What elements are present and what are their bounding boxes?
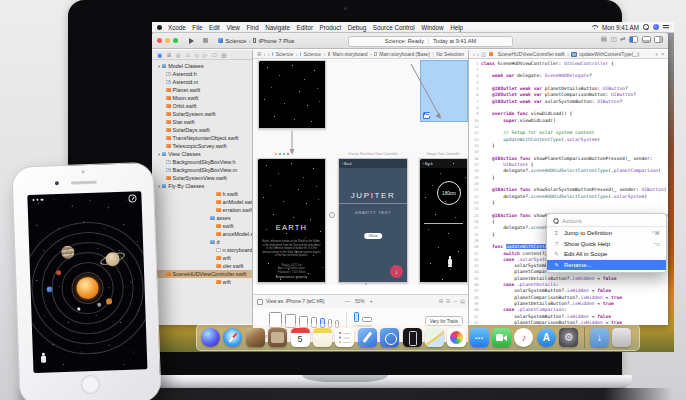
dock-appstore-icon[interactable]: A	[537, 328, 556, 347]
menu-item-show-quick-help[interactable]: ?Show Quick Help⌥	[547, 239, 666, 250]
view-as-button[interactable]: View as: iPhone 7 (wC hR)	[266, 299, 324, 304]
group-row-asses[interactable]: asses	[152, 214, 252, 222]
file-row-asteroid-m[interactable]: Asteroid.m	[152, 78, 252, 86]
close-editor-button[interactable]: ×	[661, 52, 664, 57]
menu-item-product[interactable]: Product	[319, 24, 341, 31]
back-icon[interactable]: ‹	[264, 51, 266, 57]
add-editor-button[interactable]: +	[655, 52, 658, 57]
code-line[interactable]: 18 delegate?.sceneHUDDidSelectContentTyp…	[469, 168, 668, 174]
file-row-backgroundskyboxview-m[interactable]: BackgroundSkyBoxView.m	[152, 166, 252, 174]
file-row-orbit-swift[interactable]: Orbit.swift	[152, 102, 252, 110]
menu-item-window[interactable]: Window	[421, 24, 443, 31]
orientation-portrait[interactable]	[354, 312, 359, 322]
dock-siri-icon[interactable]	[201, 328, 220, 347]
menu-item-debug[interactable]: Debug	[348, 24, 367, 31]
embed-icon[interactable]: ▤	[460, 298, 465, 305]
stop-button[interactable]	[203, 38, 208, 43]
orientation-landscape[interactable]	[362, 317, 372, 322]
report-navigator-icon[interactable]: ▤	[221, 52, 226, 58]
storyboard-canvas[interactable]: Gravity Simulator View Controller Image …	[253, 60, 468, 285]
file-row-backgroundskyboxview-h[interactable]: BackgroundSkyBoxView.h	[152, 158, 252, 166]
menu-item-find[interactable]: Find	[246, 24, 258, 31]
dock-messages-icon[interactable]: …	[470, 328, 489, 347]
storyboard-jump-bar[interactable]: ⊞ ‹ › Science› Science› Main.storyboard›…	[253, 50, 468, 59]
debug-navigator-icon[interactable]: ▷	[203, 52, 207, 58]
jump-group[interactable]: Science	[304, 52, 321, 57]
minimize-window-button[interactable]	[165, 38, 170, 43]
jump-base[interactable]: Main.storyboard (Base)	[379, 52, 430, 57]
project-navigator-icon[interactable]: ▣	[157, 52, 162, 58]
file-row-planet-swift[interactable]: Planet.swift	[152, 86, 252, 94]
scheme-selector[interactable]: Science › iPhone 7 Plus	[218, 38, 295, 44]
dock-itunes-icon[interactable]: ♪	[514, 328, 533, 347]
dock-photos-icon[interactable]	[447, 328, 466, 347]
file-row-n-storyboard[interactable]: n.storyboard	[152, 246, 252, 254]
actions-search-field[interactable]: Actions	[547, 216, 666, 227]
dock-trash-icon[interactable]	[612, 328, 631, 347]
file-row-scenehudviewcontroller-swift[interactable]: SceneHUDViewController.swift	[152, 270, 252, 278]
menu-bar-clock[interactable]: Mon 9:41 AM	[602, 24, 639, 31]
symbol-navigator-icon[interactable]: ⊞	[167, 52, 172, 58]
issue-navigator-icon[interactable]: ⚠	[185, 52, 190, 58]
file-row-solardays-swift[interactable]: SolarDays.swift	[152, 126, 252, 134]
dock-maps-icon[interactable]	[425, 328, 444, 347]
file-row-transneptunianobject-swift[interactable]: TransNeptunianObject.swift	[152, 134, 252, 142]
related-items-icon[interactable]: ⊞	[257, 51, 261, 57]
menu-item-rename[interactable]: ✎Rename…	[547, 260, 666, 271]
toggle-navigator-button[interactable]	[629, 36, 638, 43]
file-row-star-swift[interactable]: Star.swift	[152, 118, 252, 126]
file-row-h-swift[interactable]: h.swift	[152, 190, 252, 198]
zoom-in-button[interactable]: +	[370, 299, 373, 304]
dock-xcode-icon[interactable]	[358, 328, 377, 347]
dock-instruments-icon[interactable]	[380, 328, 399, 347]
code-lines[interactable]: 1class SceneHUDViewController: UIViewCon…	[469, 60, 668, 325]
scene-measure[interactable]: ‹ Back 180cm	[419, 158, 468, 283]
group-row-model-classes[interactable]: ▾Model Classes	[152, 62, 252, 70]
wifi-icon[interactable]	[591, 25, 598, 30]
page-next-chevron[interactable]: ›	[327, 164, 329, 170]
align-icon[interactable]: ⊞	[439, 298, 443, 305]
spotlight-icon[interactable]	[643, 24, 649, 30]
file-row-erration-swift[interactable]: erration.swift	[152, 206, 252, 214]
dock-contacts-icon[interactable]	[268, 328, 287, 347]
zoom-level[interactable]: 50%	[355, 299, 365, 304]
siri-menu-icon[interactable]	[653, 24, 659, 30]
breakpoint-navigator-icon[interactable]: ⎔	[212, 52, 217, 58]
back-button[interactable]: ‹ Back	[342, 162, 352, 166]
file-row-oler-swift[interactable]: oler.swift	[152, 262, 252, 270]
file-row-swift[interactable]: swift	[152, 222, 252, 230]
dock-simulator-icon[interactable]	[403, 328, 422, 347]
dock-reminders-icon[interactable]	[335, 328, 354, 347]
file-row-ancemodel-swift[interactable]: anceModel.swift	[152, 230, 252, 238]
forward-icon[interactable]: ›	[477, 51, 479, 57]
scene-solar-system[interactable]	[258, 60, 326, 129]
jump-file-name[interactable]: SceneHUDViewController.swift	[498, 52, 565, 57]
code-jump-bar[interactable]: ‹ › ◫ SceneHUDViewController.swift › M u…	[469, 50, 668, 59]
menu-item-view[interactable]: View	[226, 24, 240, 31]
group-row-view-classes[interactable]: ▾View Classes	[152, 150, 252, 158]
version-editor-icon[interactable]: ⇄	[620, 36, 625, 43]
resolve-icon[interactable]: ⎓	[453, 298, 457, 305]
dock-sysprefs-icon[interactable]: ⚙	[559, 328, 578, 347]
jump-project[interactable]: Science	[276, 52, 293, 57]
dock-notes-icon[interactable]	[313, 328, 332, 347]
dock-safari-icon[interactable]	[223, 328, 242, 347]
file-row-solarsystemview-swift[interactable]: SolarSystemView.swift	[152, 174, 252, 182]
menu-item-xcode[interactable]: Xcode	[168, 24, 186, 31]
height-pill-button[interactable]: 180cm	[364, 233, 382, 239]
file-row-wift[interactable]: wift	[152, 254, 252, 262]
code-line[interactable]: 16 @IBAction func showPlanetComparisonBu…	[469, 155, 668, 161]
menu-item-jump-to-definition[interactable]: ΣJump to Definition^⌘	[547, 228, 666, 239]
file-row-telescopicsurvey-swift[interactable]: TelescopicSurvey.swift	[152, 142, 252, 150]
scene-selected-view[interactable]	[420, 60, 468, 122]
file-row-asteroid-h[interactable]: Asteroid.h	[152, 70, 252, 78]
assistant-editor-icon[interactable]: ◫	[610, 36, 616, 43]
device-config-icon[interactable]	[257, 299, 263, 305]
code-line[interactable]: 21 @IBAction func showSolarSystemButtonP…	[469, 187, 668, 193]
close-window-button[interactable]	[157, 38, 162, 43]
find-navigator-icon[interactable]: ◎	[176, 52, 181, 58]
menu-item-edit-all-in-scope[interactable]: ✎Edit All in Scope	[547, 249, 666, 260]
dock-calendar-icon[interactable]: 5	[291, 328, 310, 347]
dock-preview-icon[interactable]	[246, 328, 265, 347]
toggle-debug-area-button[interactable]	[642, 36, 651, 43]
